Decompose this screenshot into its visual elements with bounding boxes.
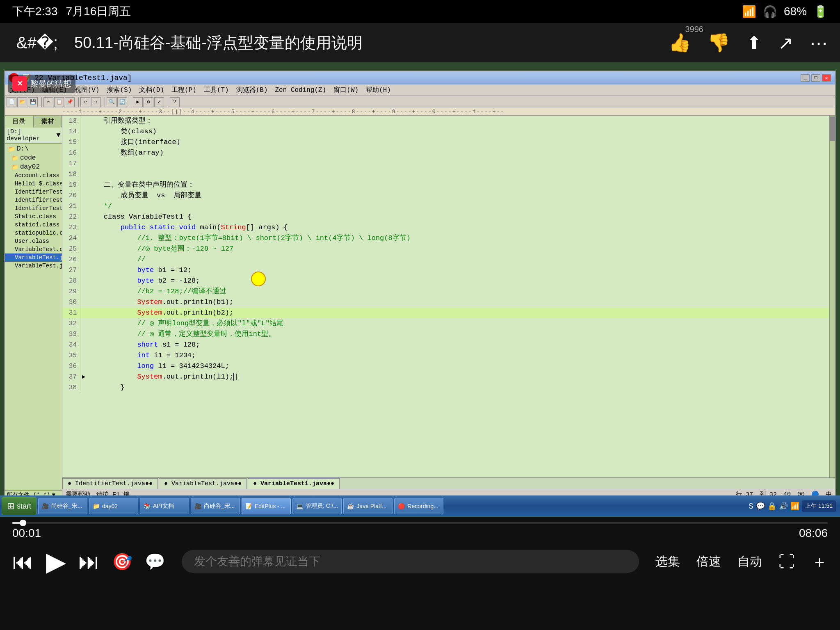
taskbar-item-label: Java Platf... <box>356 503 386 509</box>
previous-button[interactable]: ⏮ <box>12 549 34 574</box>
scrollbar-thumb[interactable] <box>830 116 835 141</box>
taskbar-item-api[interactable]: 📚 API文档 <box>140 498 189 514</box>
close-button[interactable]: ✕ <box>822 74 831 82</box>
toolbar-undo[interactable]: ↩ <box>80 97 90 107</box>
tree-item-variabletest-bak[interactable]: VariableTest.java.bak <box>5 262 62 270</box>
taskbar-item-java[interactable]: ☕ Java Platf... <box>343 498 393 514</box>
next-button[interactable]: ⏭ <box>78 549 100 574</box>
taskbar-item-day02[interactable]: 📁 day02 <box>89 498 138 514</box>
code-line-15: 15 接口(interface) <box>62 137 835 148</box>
clock: 上午 11:51 <box>802 500 836 512</box>
tree-item-hello1-class[interactable]: Hello1_$.class <box>5 180 62 188</box>
taskbar-item-label: 尚硅谷_宋... <box>204 502 235 510</box>
share-up-icon[interactable]: ⬆ <box>746 32 762 53</box>
toolbar-help[interactable]: ? <box>170 97 180 107</box>
tree-item-drive[interactable]: 📁D:\ <box>5 144 62 153</box>
editor-tab-identifiertest[interactable]: ● IdentifierTest.java●● <box>62 478 158 489</box>
tree-item-staticpublic-class[interactable]: staticpublic.class <box>5 229 62 237</box>
dislike-icon[interactable]: 👎 <box>708 32 730 53</box>
code-line-26: 26 // <box>62 254 835 265</box>
taskbar-item-admin[interactable]: 💻 管理员: C:\... <box>292 498 342 514</box>
tree-item-account-class[interactable]: Account.class <box>5 171 62 180</box>
danmaku-button[interactable]: 🎯 <box>112 552 132 571</box>
toolbar-new[interactable]: 📄 <box>7 97 16 107</box>
player-controls: 00:01 08:06 ⏮ ▶ ⏭ 🎯 💬 选集 倍速 自动 ⛶ ＋ <box>0 517 840 630</box>
maximize-button[interactable]: □ <box>811 74 820 82</box>
tree-item-variabletest-java[interactable]: VariableTest.java <box>5 253 62 262</box>
subtitle-button[interactable]: 💬 <box>145 552 165 571</box>
sidebar-dropdown[interactable]: [D:] developer ▼ <box>5 128 62 144</box>
tree-item-identifiertest-class[interactable]: IdentifierTest.class <box>5 188 62 196</box>
select-episodes-button[interactable]: 选集 <box>655 553 680 570</box>
auto-button[interactable]: 自动 <box>737 553 762 570</box>
taskbar-item-editplus[interactable]: 📝 EditPlus - ... <box>242 498 291 514</box>
taskbar-item-recording[interactable]: 🔴 Recording... <box>394 498 443 514</box>
toolbar-paste[interactable]: 📌 <box>65 97 75 107</box>
ide-sidebar: 目录 素材 [D:] developer ▼ 📁D:\ 📁code 📁day02 <box>5 116 62 500</box>
minimize-button[interactable]: _ <box>801 74 810 82</box>
taskbar-item-shanggugu1[interactable]: 🎥 尚硅谷_宋... <box>38 498 87 514</box>
toolbar-run[interactable]: ▶ <box>133 97 143 107</box>
back-button[interactable]: &#�; <box>12 29 62 56</box>
tree-item-variabletest-class[interactable]: VariableTest.class <box>5 245 62 253</box>
menu-zen[interactable]: Zen Coding(Z) <box>272 86 330 95</box>
toolbar-replace[interactable]: 🔄 <box>117 97 127 107</box>
toolbar-open[interactable]: 📂 <box>17 97 27 107</box>
volume-button[interactable]: ＋ <box>811 550 828 573</box>
toolbar-cut[interactable]: ✂ <box>43 97 53 107</box>
sidebar-tab-materials[interactable]: 素材 <box>34 116 62 128</box>
tray-icon-5: 📶 <box>790 502 799 511</box>
code-line-27: 27 byte b1 = 12; <box>62 265 835 276</box>
more-icon[interactable]: ⋯ <box>810 32 828 53</box>
video-title: 50.11-尚硅谷-基础-浮点型变量的使用说明 <box>74 32 656 53</box>
tree-item-day02[interactable]: 📁day02 <box>5 162 62 171</box>
toolbar-check[interactable]: ✓ <box>154 97 164 107</box>
code-line-18: 18 <box>62 169 835 180</box>
nav-actions: 👍 3996 👎 ⬆ ↗ ⋯ <box>669 32 828 53</box>
fullscreen-button[interactable]: ⛶ <box>778 552 795 571</box>
tree-item-user-class[interactable]: User.class <box>5 237 62 245</box>
like-icon[interactable]: 👍 <box>669 32 691 53</box>
sidebar-tree: 📁D:\ 📁code 📁day02 Account.class Hello1_$… <box>5 144 62 490</box>
toolbar-redo[interactable]: ↪ <box>91 97 101 107</box>
toolbar-search[interactable]: 🔍 <box>107 97 116 107</box>
menu-doc[interactable]: 文档(D) <box>136 85 167 95</box>
toolbar-copy[interactable]: 📋 <box>54 97 64 107</box>
tree-item-static-class[interactable]: Static.class <box>5 212 62 221</box>
tree-item-identifiertest-bak[interactable]: IdentifierTest.java.bak <box>5 204 62 212</box>
speed-button[interactable]: 倍速 <box>696 553 721 570</box>
menu-window[interactable]: 窗口(W) <box>330 85 362 95</box>
forward-icon[interactable]: ↗ <box>778 32 793 53</box>
tree-item-static1-class[interactable]: static1.class <box>5 221 62 229</box>
tree-item-code[interactable]: 📁code <box>5 153 62 162</box>
code-editor[interactable]: 13 引用数据类型： 14 类(class) 15 <box>62 116 835 500</box>
progress-thumb[interactable] <box>20 520 26 526</box>
code-line-25: 25 //◎ byte范围：-128 ~ 127 <box>62 244 835 254</box>
editor-tab-variabletest[interactable]: ● VariableTest.java●● <box>159 478 247 489</box>
progress-bar-container[interactable] <box>12 522 828 524</box>
toolbar-save[interactable]: 💾 <box>28 97 38 107</box>
play-button[interactable]: ▶ <box>46 546 66 577</box>
code-line-24: 24 //1. 整型：byte(1字节=8bit) \ short(2字节) \… <box>62 233 835 244</box>
code-content[interactable]: 13 引用数据类型： 14 类(class) 15 <box>62 116 835 477</box>
editor-scrollbar[interactable] <box>829 116 835 477</box>
toolbar-compile[interactable]: ⚙ <box>144 97 153 107</box>
taskbar-icon: 🎥 <box>194 503 201 509</box>
like-count: 3996 <box>685 25 704 34</box>
menu-browser[interactable]: 浏览器(B) <box>233 85 271 95</box>
menu-search[interactable]: 搜索(S) <box>103 85 135 95</box>
menu-project[interactable]: 工程(P) <box>168 85 200 95</box>
comment-input[interactable] <box>182 550 639 573</box>
tree-item-identifiertest-java[interactable]: IdentifierTest.java <box>5 196 62 204</box>
editor-tab-variabletest1[interactable]: ● VariableTest1.java●● <box>248 478 340 489</box>
sidebar-tab-directory[interactable]: 目录 <box>5 116 34 128</box>
menu-help[interactable]: 帮助(H) <box>363 85 394 95</box>
taskbar-item-shanggugu2[interactable]: 🎥 尚硅谷_宋... <box>191 498 240 514</box>
code-line-35: 35 int i1 = 1234; <box>62 350 835 361</box>
taskbar: ⊞ start 🎥 尚硅谷_宋... 📁 day02 📚 API文档 🎥 尚硅谷… <box>0 495 840 517</box>
menu-tools[interactable]: 工具(T) <box>201 85 232 95</box>
menu-view[interactable]: 视图(V) <box>71 85 103 95</box>
status-right: 📶 🎧 68% 🔋 <box>742 5 828 18</box>
current-time: 00:01 <box>12 527 41 540</box>
start-button[interactable]: ⊞ start <box>2 497 37 515</box>
